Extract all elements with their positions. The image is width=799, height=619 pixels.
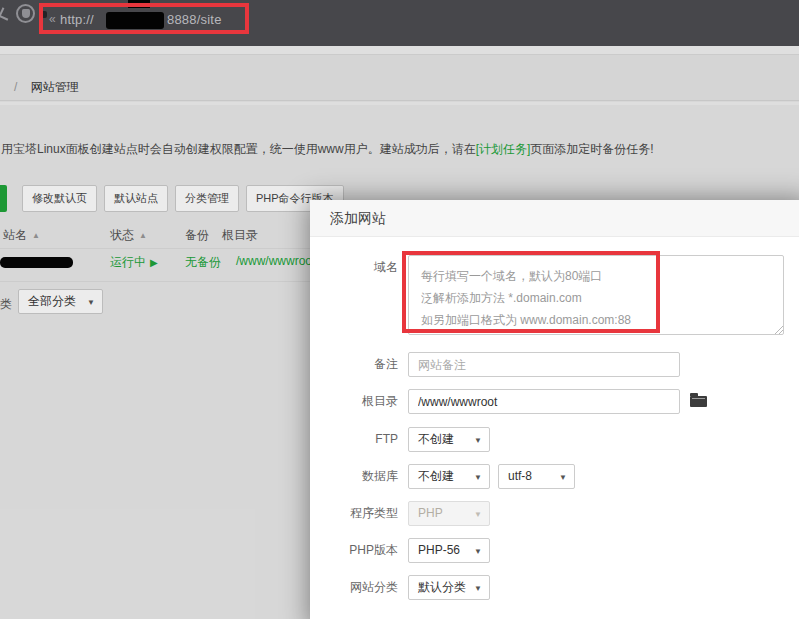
site-category-label: 网站分类 xyxy=(310,580,398,594)
caret-down-icon: ▼ xyxy=(474,429,482,452)
domain-annotation-box xyxy=(402,251,660,333)
ftp-select[interactable]: 不创建 ▼ xyxy=(408,427,490,452)
apptype-select: PHP ▼ xyxy=(408,501,490,526)
ftp-label: FTP xyxy=(310,432,398,446)
caret-down-icon: ▼ xyxy=(559,466,567,489)
modal-title: 添加网站 xyxy=(310,200,799,237)
phpver-label: PHP版本 xyxy=(310,543,398,557)
pointer-icon xyxy=(0,7,12,20)
phpver-select[interactable]: PHP-56 ▼ xyxy=(408,538,490,563)
apptype-label: 程序类型 xyxy=(310,506,398,520)
rootdir-label: 根目录 xyxy=(310,394,398,408)
rootdir-input[interactable] xyxy=(408,389,680,414)
remark-input[interactable] xyxy=(408,352,680,377)
shield-glyph-icon xyxy=(22,9,30,18)
site-category-select[interactable]: 默认分类 ▼ xyxy=(408,575,490,600)
remark-label: 备注 xyxy=(310,357,398,371)
caret-down-icon: ▼ xyxy=(474,503,482,526)
shield-icon[interactable] xyxy=(16,4,35,23)
database-select[interactable]: 不创建 ▼ xyxy=(408,464,490,489)
caret-down-icon: ▼ xyxy=(474,540,482,563)
folder-icon[interactable] xyxy=(690,396,707,407)
charset-select[interactable]: utf-8 ▼ xyxy=(498,464,575,489)
caret-down-icon: ▼ xyxy=(474,577,482,600)
caret-down-icon: ▼ xyxy=(474,466,482,489)
database-label: 数据库 xyxy=(310,469,398,483)
url-annotation-box xyxy=(39,3,249,34)
screen: « http:// 8888/site / 网站管理 用宝塔Linux面板创建站… xyxy=(0,0,799,619)
domain-label: 域名 xyxy=(310,260,398,274)
